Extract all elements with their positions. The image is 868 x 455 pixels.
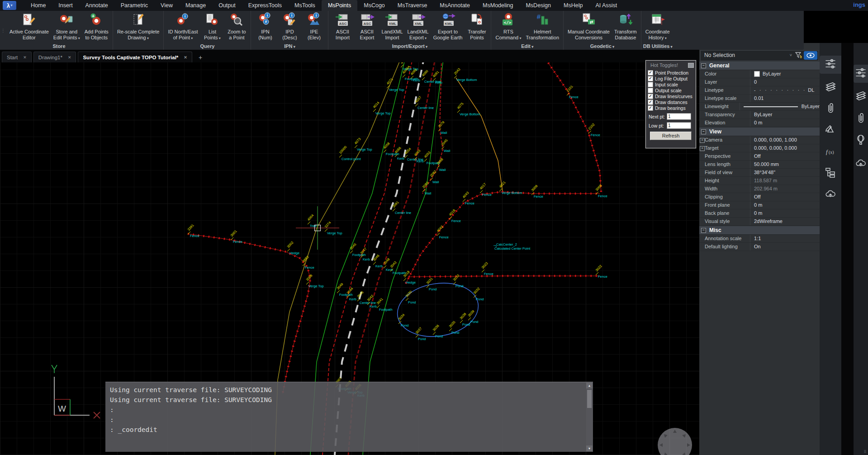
ribbon-button-store-and-edit-points[interactable]: Store andEdit Points ▾ — [51, 12, 82, 42]
ribbon-button-active-coordinate-editor[interactable]: Active CoordinateEditor — [7, 12, 51, 41]
balloon-panel-tab[interactable] — [854, 132, 868, 150]
resize-grip[interactable]: ⠿ — [863, 450, 867, 454]
property-value[interactable]: ByLayer — [750, 70, 820, 78]
property-value[interactable]: ByLayer — [750, 111, 820, 118]
new-tab-button[interactable]: + — [196, 54, 205, 62]
ribbon-button-coordinate-history[interactable]: CoordinateHistory ▾ — [643, 12, 672, 42]
menu-item-msannotate[interactable]: MsAnnotate — [433, 0, 476, 11]
ribbon-button-ipe-elev-[interactable]: iIPE(Elev) — [302, 12, 326, 41]
ribbon-button-ascii-import[interactable]: ASCASCIIImport — [330, 12, 355, 41]
menu-item-manage[interactable]: Manage — [179, 0, 212, 11]
menu-item-home[interactable]: Home — [24, 0, 52, 11]
menu-item-msmodeling[interactable]: MsModeling — [476, 0, 519, 11]
checkbox-icon[interactable] — [648, 82, 653, 87]
property-value[interactable]: 0 m — [750, 119, 820, 127]
ribbon-button-ascii-export[interactable]: ASCASCIIExport — [355, 12, 379, 41]
ribbon-group-label[interactable]: IPN ▾ — [253, 43, 326, 50]
navigation-wheel[interactable] — [657, 427, 693, 455]
toggle-draw-bearings[interactable]: ✓Draw bearings — [648, 105, 696, 111]
attachments-panel-tab[interactable] — [820, 100, 841, 118]
checkbox-icon[interactable]: ✓ — [648, 76, 653, 81]
toggle-draw-lines-curves[interactable]: ✓Draw lines/curves — [648, 93, 696, 99]
checkbox-icon[interactable]: ✓ — [648, 100, 653, 105]
ribbon-group-label[interactable]: Geodetic ▾ — [565, 43, 639, 50]
property-value[interactable]: 0 m — [750, 201, 820, 209]
drawing-canvas[interactable]: 4049Verge Top4048AFootpath4096Kerb4090Ce… — [0, 62, 699, 455]
scrollbar-thumb[interactable] — [587, 390, 592, 408]
property-value[interactable]: ByLayer — [740, 103, 820, 110]
menubar-right-badge[interactable]: ings — [853, 1, 865, 8]
property-value[interactable]: 0 m — [750, 209, 820, 217]
cloud-panel-tab[interactable] — [820, 186, 841, 204]
checkbox-icon[interactable]: ✓ — [648, 94, 653, 99]
color-swatch[interactable] — [754, 71, 760, 77]
document-tab-start[interactable]: Start✕ — [2, 52, 32, 62]
document-tab-1[interactable]: Drawing1*✕ — [33, 52, 76, 62]
menu-item-view[interactable]: View — [154, 0, 179, 11]
menu-item-expresstools[interactable]: ExpressTools — [242, 0, 288, 11]
menu-item-insert[interactable]: Insert — [52, 0, 79, 11]
properties-panel-tab[interactable] — [854, 65, 868, 83]
ribbon-button-helmert-transformation[interactable]: #HelmertTransformation — [523, 12, 561, 41]
property-value[interactable]: 202.964 m — [750, 185, 820, 193]
ribbon-drag-handle[interactable]: ⋮ — [0, 11, 5, 50]
scroll-up-icon[interactable]: ▲ — [586, 383, 593, 389]
scroll-down-icon[interactable]: ▼ — [586, 446, 593, 451]
ribbon-button-id-north-east-of-point[interactable]: iID North/Eastof Point ▾ — [166, 12, 200, 42]
property-value[interactable]: 0 — [750, 78, 820, 86]
ribbon-button-landxml-export[interactable]: XMLLandXMLExport ▾ — [405, 12, 431, 42]
menu-item-parametric[interactable]: Parametric — [114, 0, 154, 11]
menu-item-mstools[interactable]: MsTools — [288, 0, 322, 11]
filter-icon[interactable] — [795, 52, 803, 59]
property-value[interactable]: 50.000 mm — [750, 161, 820, 168]
checkbox-icon[interactable] — [648, 88, 653, 93]
property-value[interactable]: 38°34'48" — [750, 169, 820, 176]
property-value[interactable]: 118.587 m — [750, 177, 820, 185]
toggle-output-scale[interactable]: Output scale — [648, 87, 696, 93]
collapse-icon[interactable]: − — [701, 63, 706, 68]
menu-item-mshelp[interactable]: MsHelp — [557, 0, 589, 11]
property-value[interactable]: 1:1 — [750, 235, 820, 242]
property-value[interactable]: Off — [750, 152, 820, 160]
property-value[interactable]: 0.000, 0.000, 0.000 — [750, 144, 820, 152]
menu-item-mstraverse[interactable]: MsTraverse — [391, 0, 434, 11]
menu-item-output[interactable]: Output — [212, 0, 242, 11]
property-value[interactable]: 0.01 — [750, 95, 820, 102]
collapse-icon[interactable]: − — [701, 228, 706, 233]
ribbon-button-re-scale-complete-drawing[interactable]: Re-scale CompleteDrawing ▾ — [115, 12, 162, 42]
section-header[interactable]: −General — [699, 62, 820, 70]
property-value[interactable]: On — [750, 243, 820, 251]
property-value[interactable]: 2dWireframe — [750, 218, 820, 225]
properties-panel-tab[interactable] — [820, 56, 841, 74]
app-logo[interactable]: λ▾ — [3, 1, 16, 10]
hot-toggles-collapse-button[interactable] — [688, 63, 694, 68]
ribbon-button-zoom-to-a-point[interactable]: Zoom toa Point — [224, 12, 249, 41]
cloud-panel-tab[interactable] — [854, 155, 868, 173]
checkbox-icon[interactable]: ✓ — [648, 105, 653, 111]
ribbon-button-transfer-points[interactable]: TransferPoints — [465, 12, 489, 41]
layers-panel-tab[interactable] — [854, 87, 868, 105]
refresh-button[interactable]: Refresh — [650, 132, 692, 140]
section-header[interactable]: −View — [699, 128, 820, 136]
expand-icon[interactable]: + — [700, 146, 705, 151]
ribbon-group-label[interactable]: Import/Export ▾ — [330, 43, 489, 50]
field-input[interactable] — [667, 122, 691, 129]
fields-panel-tab[interactable]: f(x) — [820, 143, 841, 161]
menu-item-mspoints[interactable]: MsPoints — [322, 0, 357, 11]
document-tab-2[interactable]: Survey Tools Captivate TOPO Tutorial*✕ — [78, 52, 192, 62]
ribbon-button-ipd-desc-[interactable]: iIPD(Desc) — [277, 12, 302, 41]
property-value[interactable]: 0.000, 0.000, 1.000 — [750, 136, 820, 144]
render-panel-tab[interactable] — [820, 121, 841, 139]
menu-item-ai-assist[interactable]: AI Assist — [589, 0, 623, 11]
toggle-input-scale[interactable]: Input scale — [648, 81, 696, 87]
property-value[interactable]: - · · · · · · · · ·DL — [750, 86, 820, 94]
menu-item-annotate[interactable]: Annotate — [79, 0, 114, 11]
section-header[interactable]: −Misc — [699, 226, 820, 235]
ribbon-button-manual-coordinate-conversions[interactable]: ⇄Manual CoordinateConversions — [565, 12, 612, 41]
ribbon-button-ipn-num-[interactable]: i#IPN(Num) — [253, 12, 277, 41]
field-input[interactable] — [667, 113, 691, 120]
close-icon[interactable]: ✕ — [68, 55, 71, 60]
property-value[interactable]: Off — [750, 193, 820, 201]
toggle-draw-distances[interactable]: ✓Draw distances — [648, 99, 696, 105]
command-scrollbar[interactable]: ▲ ▼ — [586, 383, 593, 451]
